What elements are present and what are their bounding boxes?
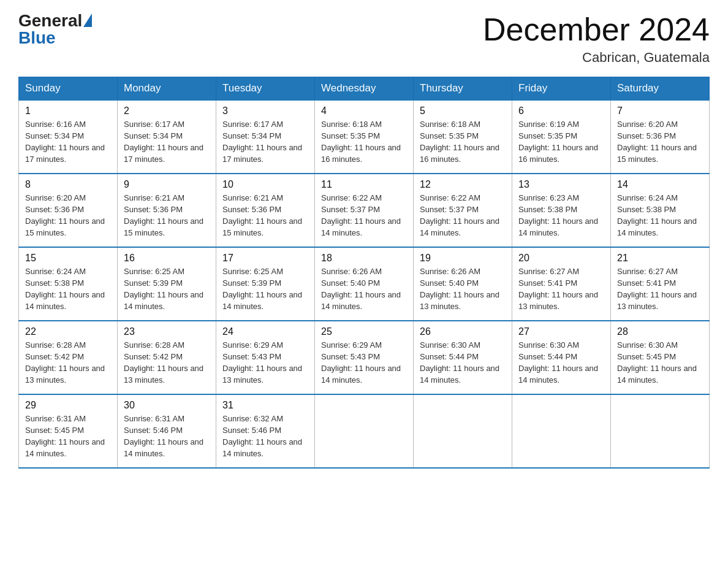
- day-info: Sunrise: 6:17 AMSunset: 5:34 PMDaylight:…: [222, 119, 308, 165]
- day-number: 6: [518, 105, 604, 117]
- day-info: Sunrise: 6:29 AMSunset: 5:43 PMDaylight:…: [222, 340, 308, 386]
- day-info: Sunrise: 6:20 AMSunset: 5:36 PMDaylight:…: [617, 119, 703, 165]
- day-info: Sunrise: 6:19 AMSunset: 5:35 PMDaylight:…: [518, 119, 604, 165]
- day-number: 25: [321, 326, 407, 337]
- day-number: 5: [420, 105, 506, 117]
- calendar-cell: 31Sunrise: 6:32 AMSunset: 5:46 PMDayligh…: [216, 394, 315, 468]
- day-number: 2: [124, 105, 210, 117]
- calendar-cell: 27Sunrise: 6:30 AMSunset: 5:44 PMDayligh…: [512, 321, 611, 394]
- day-number: 31: [222, 400, 308, 411]
- day-info: Sunrise: 6:24 AMSunset: 5:38 PMDaylight:…: [25, 266, 111, 312]
- calendar-cell: 23Sunrise: 6:28 AMSunset: 5:42 PMDayligh…: [118, 321, 216, 394]
- day-info: Sunrise: 6:28 AMSunset: 5:42 PMDaylight:…: [124, 340, 210, 386]
- day-number: 26: [420, 326, 506, 337]
- calendar-cell: 28Sunrise: 6:30 AMSunset: 5:45 PMDayligh…: [611, 321, 710, 394]
- day-info: Sunrise: 6:22 AMSunset: 5:37 PMDaylight:…: [420, 193, 506, 239]
- calendar-table: SundayMondayTuesdayWednesdayThursdayFrid…: [18, 77, 710, 469]
- calendar-cell: 9Sunrise: 6:21 AMSunset: 5:36 PMDaylight…: [118, 174, 216, 247]
- calendar-body: 1Sunrise: 6:16 AMSunset: 5:34 PMDaylight…: [19, 100, 710, 468]
- calendar-cell: 17Sunrise: 6:25 AMSunset: 5:39 PMDayligh…: [216, 247, 315, 321]
- day-info: Sunrise: 6:24 AMSunset: 5:38 PMDaylight:…: [617, 193, 703, 239]
- calendar-header: SundayMondayTuesdayWednesdayThursdayFrid…: [19, 77, 710, 101]
- day-info: Sunrise: 6:28 AMSunset: 5:42 PMDaylight:…: [25, 340, 111, 386]
- calendar-cell: 24Sunrise: 6:29 AMSunset: 5:43 PMDayligh…: [216, 321, 315, 394]
- day-info: Sunrise: 6:31 AMSunset: 5:45 PMDaylight:…: [25, 413, 111, 459]
- logo-blue: Blue: [18, 29, 56, 47]
- calendar-week-5: 29Sunrise: 6:31 AMSunset: 5:45 PMDayligh…: [19, 394, 710, 468]
- day-info: Sunrise: 6:30 AMSunset: 5:44 PMDaylight:…: [518, 340, 604, 386]
- day-number: 1: [25, 105, 111, 117]
- day-info: Sunrise: 6:21 AMSunset: 5:36 PMDaylight:…: [124, 193, 210, 239]
- calendar-cell: [611, 394, 710, 468]
- calendar-cell: 18Sunrise: 6:26 AMSunset: 5:40 PMDayligh…: [315, 247, 414, 321]
- day-number: 11: [321, 179, 407, 190]
- logo: General Blue: [18, 12, 92, 47]
- calendar-cell: [512, 394, 611, 468]
- day-info: Sunrise: 6:21 AMSunset: 5:36 PMDaylight:…: [222, 193, 308, 239]
- day-info: Sunrise: 6:30 AMSunset: 5:44 PMDaylight:…: [420, 340, 506, 386]
- calendar-cell: [315, 394, 414, 468]
- day-info: Sunrise: 6:20 AMSunset: 5:36 PMDaylight:…: [25, 193, 111, 239]
- header-cell-sunday: Sunday: [19, 77, 118, 101]
- calendar-cell: 6Sunrise: 6:19 AMSunset: 5:35 PMDaylight…: [512, 100, 611, 174]
- day-number: 30: [124, 400, 210, 411]
- header-cell-tuesday: Tuesday: [216, 77, 315, 101]
- day-info: Sunrise: 6:29 AMSunset: 5:43 PMDaylight:…: [321, 340, 407, 386]
- calendar-cell: 16Sunrise: 6:25 AMSunset: 5:39 PMDayligh…: [118, 247, 216, 321]
- header-cell-thursday: Thursday: [414, 77, 512, 101]
- header-cell-friday: Friday: [512, 77, 611, 101]
- day-info: Sunrise: 6:23 AMSunset: 5:38 PMDaylight:…: [518, 193, 604, 239]
- calendar-cell: 3Sunrise: 6:17 AMSunset: 5:34 PMDaylight…: [216, 100, 315, 174]
- calendar-cell: [414, 394, 512, 468]
- day-info: Sunrise: 6:18 AMSunset: 5:35 PMDaylight:…: [321, 119, 407, 165]
- day-info: Sunrise: 6:26 AMSunset: 5:40 PMDaylight:…: [420, 266, 506, 312]
- page-header: General Blue December 2024 Cabrican, Gua…: [18, 12, 710, 66]
- day-info: Sunrise: 6:25 AMSunset: 5:39 PMDaylight:…: [124, 266, 210, 312]
- day-info: Sunrise: 6:25 AMSunset: 5:39 PMDaylight:…: [222, 266, 308, 312]
- day-info: Sunrise: 6:31 AMSunset: 5:46 PMDaylight:…: [124, 413, 210, 459]
- day-number: 22: [25, 326, 111, 337]
- calendar-cell: 22Sunrise: 6:28 AMSunset: 5:42 PMDayligh…: [19, 321, 118, 394]
- day-number: 20: [518, 253, 604, 264]
- day-number: 17: [222, 253, 308, 264]
- header-cell-saturday: Saturday: [611, 77, 710, 101]
- month-title: December 2024: [483, 12, 710, 47]
- day-number: 14: [617, 179, 703, 190]
- day-info: Sunrise: 6:26 AMSunset: 5:40 PMDaylight:…: [321, 266, 407, 312]
- day-number: 4: [321, 105, 407, 117]
- calendar-cell: 2Sunrise: 6:17 AMSunset: 5:34 PMDaylight…: [118, 100, 216, 174]
- calendar-cell: 30Sunrise: 6:31 AMSunset: 5:46 PMDayligh…: [118, 394, 216, 468]
- calendar-cell: 5Sunrise: 6:18 AMSunset: 5:35 PMDaylight…: [414, 100, 512, 174]
- calendar-cell: 12Sunrise: 6:22 AMSunset: 5:37 PMDayligh…: [414, 174, 512, 247]
- day-info: Sunrise: 6:17 AMSunset: 5:34 PMDaylight:…: [124, 119, 210, 165]
- calendar-cell: 21Sunrise: 6:27 AMSunset: 5:41 PMDayligh…: [611, 247, 710, 321]
- header-row: SundayMondayTuesdayWednesdayThursdayFrid…: [19, 77, 710, 101]
- day-number: 7: [617, 105, 703, 117]
- calendar-cell: 19Sunrise: 6:26 AMSunset: 5:40 PMDayligh…: [414, 247, 512, 321]
- calendar-week-1: 1Sunrise: 6:16 AMSunset: 5:34 PMDaylight…: [19, 100, 710, 174]
- calendar-week-4: 22Sunrise: 6:28 AMSunset: 5:42 PMDayligh…: [19, 321, 710, 394]
- day-info: Sunrise: 6:18 AMSunset: 5:35 PMDaylight:…: [420, 119, 506, 165]
- day-number: 18: [321, 253, 407, 264]
- calendar-cell: 10Sunrise: 6:21 AMSunset: 5:36 PMDayligh…: [216, 174, 315, 247]
- calendar-week-3: 15Sunrise: 6:24 AMSunset: 5:38 PMDayligh…: [19, 247, 710, 321]
- calendar-cell: 11Sunrise: 6:22 AMSunset: 5:37 PMDayligh…: [315, 174, 414, 247]
- day-number: 15: [25, 253, 111, 264]
- calendar-cell: 20Sunrise: 6:27 AMSunset: 5:41 PMDayligh…: [512, 247, 611, 321]
- day-number: 19: [420, 253, 506, 264]
- day-number: 10: [222, 179, 308, 190]
- calendar-cell: 14Sunrise: 6:24 AMSunset: 5:38 PMDayligh…: [611, 174, 710, 247]
- day-info: Sunrise: 6:32 AMSunset: 5:46 PMDaylight:…: [222, 413, 308, 459]
- day-info: Sunrise: 6:16 AMSunset: 5:34 PMDaylight:…: [25, 119, 111, 165]
- day-number: 23: [124, 326, 210, 337]
- day-info: Sunrise: 6:27 AMSunset: 5:41 PMDaylight:…: [518, 266, 604, 312]
- day-number: 24: [222, 326, 308, 337]
- title-block: December 2024 Cabrican, Guatemala: [483, 12, 710, 66]
- day-number: 9: [124, 179, 210, 190]
- header-cell-wednesday: Wednesday: [315, 77, 414, 101]
- calendar-cell: 7Sunrise: 6:20 AMSunset: 5:36 PMDaylight…: [611, 100, 710, 174]
- day-info: Sunrise: 6:27 AMSunset: 5:41 PMDaylight:…: [617, 266, 703, 312]
- day-number: 28: [617, 326, 703, 337]
- day-info: Sunrise: 6:30 AMSunset: 5:45 PMDaylight:…: [617, 340, 703, 386]
- day-number: 27: [518, 326, 604, 337]
